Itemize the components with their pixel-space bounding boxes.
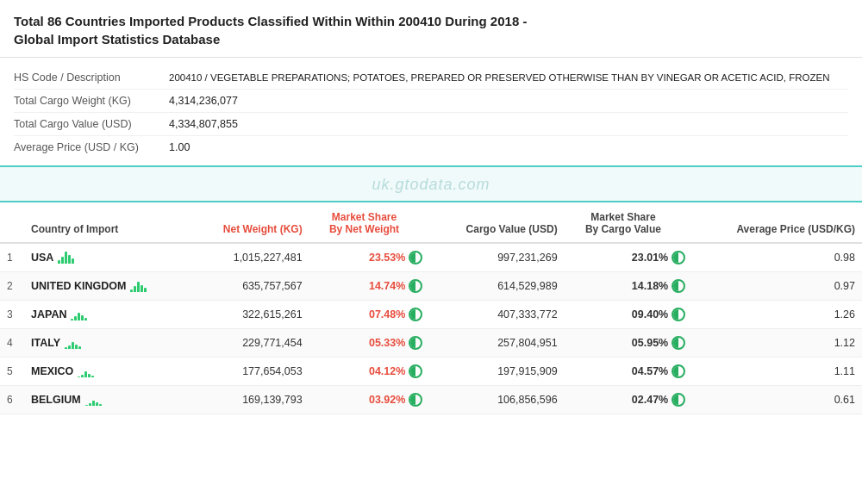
label-weight: Total Cargo Weight (KG): [14, 95, 169, 107]
page-title: Total 86 Countries Imported Products Cla…: [14, 12, 848, 48]
cell-country: MEXICO: [24, 358, 191, 386]
table-row: 2 UNITED KINGDOM 635,757,567 14.74% 614,…: [0, 272, 862, 301]
cell-market-share-cargo: 04.57%: [565, 358, 693, 386]
cell-market-share-cargo: 02.47%: [565, 386, 693, 414]
cell-net-weight: 177,654,053: [191, 358, 309, 386]
pie-chart-icon-cargo: [671, 393, 685, 407]
bar-segment: [91, 376, 94, 377]
cell-country: USA: [24, 243, 191, 272]
bar-chart-icon: [65, 337, 81, 349]
cell-rank: 3: [0, 301, 24, 329]
cell-market-share-weight: 04.12%: [309, 358, 430, 386]
col-avg-price: Average Price (USD/KG): [692, 202, 862, 243]
info-row-avgprice: Average Price (USD / KG) 1.00: [14, 136, 848, 159]
import-table: Country of Import Net Weight (KG) Market…: [0, 202, 862, 414]
country-name: USA: [31, 252, 53, 264]
info-row-value: Total Cargo Value (USD) 4,334,807,855: [14, 113, 848, 136]
bar-segment: [58, 260, 60, 264]
info-row-weight: Total Cargo Weight (KG) 4,314,236,077: [14, 90, 848, 113]
bar-segment: [81, 315, 84, 320]
bar-chart-icon: [78, 365, 94, 377]
pct-cargo-value: 09.40%: [632, 308, 668, 320]
pct-cargo-value: 05.95%: [632, 337, 668, 349]
cell-net-weight: 229,771,454: [191, 329, 309, 358]
bar-segment: [72, 342, 74, 349]
table-row: 1 USA 1,015,227,481 23.53% 997,231,269: [0, 243, 862, 272]
bar-chart-icon: [85, 394, 102, 406]
watermark-text: uk.gtodata.com: [372, 176, 490, 193]
col-market-share-weight: Market ShareBy Net Weight: [309, 202, 430, 243]
bar-segment: [134, 286, 136, 292]
country-name: ITALY: [31, 337, 60, 349]
cell-rank: 6: [0, 386, 24, 414]
value-avgprice: 1.00: [169, 141, 190, 153]
value-weight: 4,314,236,077: [169, 95, 238, 107]
pie-chart-icon-cargo: [671, 251, 685, 264]
subtitle: Global Import Statistics Database: [14, 32, 220, 47]
table-header-row: Country of Import Net Weight (KG) Market…: [0, 202, 862, 243]
cell-avg-price: 0.61: [692, 386, 862, 414]
label-value: Total Cargo Value (USD): [14, 118, 169, 130]
table-row: 3 JAPAN 322,615,261 07.48% 407,333,772: [0, 301, 862, 329]
bar-segment: [88, 374, 91, 377]
cell-avg-price: 1.12: [692, 329, 862, 358]
pie-chart-icon: [409, 364, 422, 378]
label-hscode: HS Code / Description: [14, 72, 169, 84]
bar-segment: [96, 402, 98, 406]
cell-avg-price: 0.97: [692, 272, 862, 301]
bar-segment: [61, 257, 64, 264]
cell-net-weight: 322,615,261: [191, 301, 309, 329]
pie-chart-icon: [409, 251, 422, 264]
bar-segment: [85, 405, 88, 406]
pie-chart-icon-cargo: [671, 279, 685, 293]
col-market-share-cargo: Market ShareBy Cargo Value: [565, 202, 693, 243]
bar-segment: [99, 404, 102, 406]
bar-segment: [68, 255, 71, 264]
bar-segment: [65, 347, 67, 349]
bar-segment: [78, 313, 80, 320]
cell-cargo-value: 997,231,269: [429, 243, 564, 272]
title-suffix: -: [519, 14, 527, 28]
table-row: 6 BELGIUM 169,139,793 03.92% 106,856,596: [0, 386, 862, 414]
col-country: Country of Import: [24, 202, 191, 243]
label-avgprice: Average Price (USD / KG): [14, 141, 169, 153]
pct-weight-value: 04.12%: [369, 365, 405, 377]
info-section: HS Code / Description 200410 / VEGETABLE…: [0, 58, 862, 165]
value-cargo: 4,334,807,855: [169, 118, 238, 130]
bar-segment: [144, 288, 147, 292]
bar-segment: [130, 289, 133, 292]
country-name: MEXICO: [31, 365, 73, 377]
pct-weight-value: 14.74%: [369, 280, 405, 292]
cell-market-share-cargo: 09.40%: [565, 301, 693, 329]
bar-segment: [65, 252, 67, 264]
pct-weight-value: 05.33%: [369, 337, 405, 349]
table-row: 4 ITALY 229,771,454 05.33% 257,804,951: [0, 329, 862, 358]
bar-segment: [89, 403, 91, 406]
pie-chart-icon-cargo: [671, 308, 685, 321]
bar-chart-icon: [58, 252, 74, 264]
pie-chart-icon-cargo: [671, 364, 685, 378]
bar-segment: [92, 401, 95, 406]
cell-market-share-cargo: 05.95%: [565, 329, 693, 358]
pie-chart-icon: [409, 308, 422, 321]
country-name: BELGIUM: [31, 394, 81, 406]
table-row: 5 MEXICO 177,654,053 04.12% 197,915,909: [0, 358, 862, 386]
country-name: UNITED KINGDOM: [31, 280, 126, 292]
bar-segment: [75, 345, 78, 349]
bar-segment: [72, 258, 74, 264]
cell-cargo-value: 257,804,951: [429, 329, 564, 358]
pie-chart-icon-cargo: [671, 336, 685, 350]
cell-market-share-weight: 03.92%: [309, 386, 430, 414]
cell-country: BELGIUM: [24, 386, 191, 414]
pct-cargo-value: 02.47%: [632, 394, 668, 406]
col-rank: [0, 202, 24, 243]
col-cargo-value: Cargo Value (USD): [429, 202, 564, 243]
cell-market-share-cargo: 23.01%: [565, 243, 693, 272]
col-net-weight: Net Weight (KG): [191, 202, 309, 243]
bar-segment: [84, 318, 87, 320]
cell-cargo-value: 197,915,909: [429, 358, 564, 386]
cell-country: JAPAN: [24, 301, 191, 329]
pie-chart-icon: [409, 393, 422, 407]
cell-market-share-weight: 05.33%: [309, 329, 430, 358]
bar-segment: [137, 282, 140, 292]
